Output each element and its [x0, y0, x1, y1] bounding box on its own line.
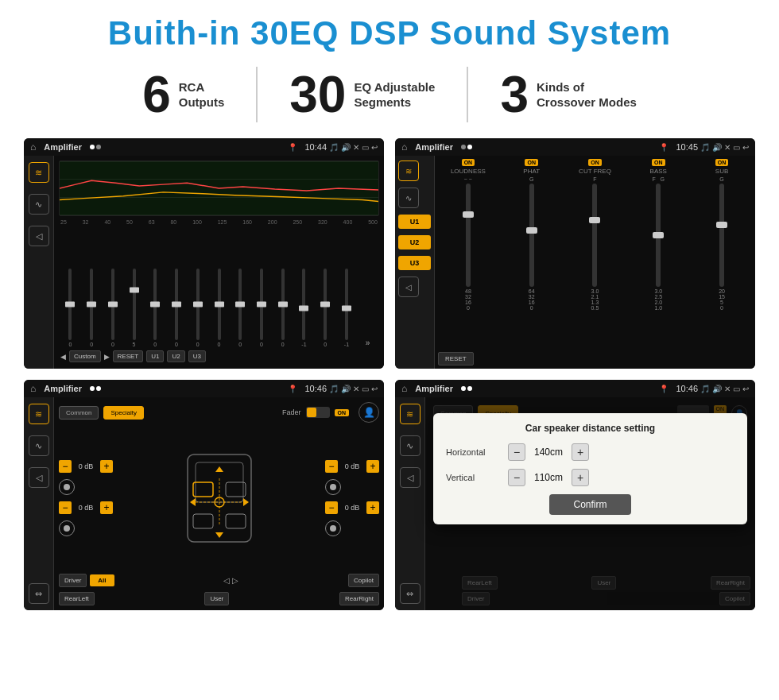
dist-speaker-icon[interactable]: ◁: [400, 467, 421, 488]
phat-slider[interactable]: [529, 184, 534, 287]
cross-eq-icon[interactable]: ≋: [398, 160, 419, 181]
fader-eq-icon[interactable]: ≋: [29, 404, 49, 424]
minimize-icon-fader: ▭: [362, 385, 369, 393]
dist-eq-icon[interactable]: ≋: [400, 404, 421, 424]
eq-slider-2: 0: [103, 269, 122, 347]
back-icon-cross[interactable]: ↩: [742, 143, 749, 152]
fader-arrows-icon[interactable]: ⇔: [29, 583, 49, 604]
dist-vertical-label: Vertical: [446, 473, 502, 482]
fader-specialty-tab[interactable]: Specialty: [103, 406, 143, 420]
eq-graph: [59, 160, 379, 216]
eq-sidebar-eq-icon[interactable]: ≋: [29, 162, 49, 183]
home-icon-dist[interactable]: ⌂: [401, 383, 407, 394]
eq-play-btn[interactable]: ▶: [104, 353, 110, 361]
fader-fr-speaker: [325, 479, 341, 495]
loudness-slider[interactable]: [466, 184, 471, 287]
loudness-val: 48 32 16 0: [465, 288, 471, 311]
fader-copilot-btn[interactable]: Copilot: [348, 574, 379, 587]
screen-crossover: ⌂ Amplifier 📍 10:45 🎵 🔊 ✕ ▭ ↩: [395, 138, 755, 369]
fader-driver-btn[interactable]: Driver: [59, 574, 87, 587]
fader-fl-value: 0 dB: [75, 462, 97, 470]
home-icon-fader[interactable]: ⌂: [30, 383, 36, 394]
dist-wave-icon[interactable]: ∿: [400, 435, 421, 456]
fader-slider-track[interactable]: [306, 407, 330, 418]
sub-label: SUB: [715, 168, 728, 175]
eq-sidebar-speaker-icon[interactable]: ◁: [29, 226, 49, 246]
sub-on-badge[interactable]: ON: [715, 159, 729, 166]
fader-content: ≋ ∿ ◁ ⇔ Common Specialty Fader ON 👤: [24, 397, 384, 610]
cross-u2-btn[interactable]: U2: [398, 235, 431, 249]
status-bar-cross: ⌂ Amplifier 📍 10:45 🎵 🔊 ✕ ▭ ↩: [395, 138, 755, 156]
eq-custom-btn[interactable]: Custom: [69, 350, 101, 362]
svg-marker-11: [190, 498, 196, 506]
cross-speaker-icon[interactable]: ◁: [398, 277, 419, 297]
fader-main: Common Specialty Fader ON 👤: [54, 397, 384, 610]
fader-speaker-icon[interactable]: ◁: [29, 467, 49, 488]
bass-on-badge[interactable]: ON: [652, 159, 665, 166]
dot-2: [96, 145, 101, 149]
fader-rr-minus[interactable]: −: [325, 501, 338, 514]
dist-vertical-minus[interactable]: −: [508, 469, 525, 486]
bass-slider[interactable]: [656, 184, 661, 287]
cross-cutfreq-col: ON CUT FREQ F 3.0 2.1 1.3: [565, 159, 626, 346]
status-icons-fader: 📍 10:46 🎵 🔊 ✕ ▭ ↩: [288, 384, 378, 393]
fader-fl-plus[interactable]: +: [100, 460, 113, 473]
fader-db-fl: − 0 dB +: [59, 460, 113, 473]
eq-sidebar-wave-icon[interactable]: ∿: [29, 194, 49, 215]
cross-wave-icon[interactable]: ∿: [398, 188, 419, 208]
fader-rl-minus[interactable]: −: [59, 501, 72, 514]
eq-u1-btn[interactable]: U1: [146, 350, 164, 362]
svg-marker-12: [243, 498, 249, 506]
cutfreq-on-badge[interactable]: ON: [588, 159, 602, 166]
loudness-on-badge[interactable]: ON: [462, 159, 475, 166]
back-icon-dist[interactable]: ↩: [742, 385, 749, 393]
car-svg: [176, 439, 263, 558]
dist-horizontal-control: − 140cm +: [508, 443, 589, 461]
eq-u2-btn[interactable]: U2: [167, 350, 184, 362]
fader-common-tab[interactable]: Common: [59, 406, 99, 420]
fader-rl-plus[interactable]: +: [100, 501, 113, 514]
fader-wave-icon[interactable]: ∿: [29, 435, 49, 456]
status-icons-eq: 📍 10:44 🎵 🔊 ✕ ▭ ↩: [288, 142, 378, 152]
eq-slider-12: 0: [316, 269, 335, 347]
cross-reset-btn[interactable]: RESET: [438, 352, 474, 365]
eq-bottom-bar: ◀ Custom ▶ RESET U1 U2 U3: [59, 347, 379, 364]
dist-horizontal-row: Horizontal − 140cm +: [446, 443, 734, 461]
cross-u3-btn[interactable]: U3: [398, 256, 431, 270]
home-icon-eq[interactable]: ⌂: [30, 141, 36, 153]
fader-rr-plus[interactable]: +: [366, 501, 379, 514]
back-icon-eq[interactable]: ↩: [371, 143, 378, 152]
cross-loudness-col: ON LOUDNESS ~ ~ 48 32 16 0: [438, 159, 498, 346]
back-icon-fader[interactable]: ↩: [371, 385, 378, 393]
fader-fl-minus[interactable]: −: [59, 460, 72, 473]
dist-horizontal-minus[interactable]: −: [508, 443, 525, 461]
cross-u1-btn[interactable]: U1: [398, 215, 431, 229]
cam-icon-cross: 🎵: [700, 143, 710, 152]
fader-rl-speaker: [59, 520, 75, 536]
fader-rearright-btn[interactable]: RearRight: [339, 592, 379, 605]
fader-all-btn[interactable]: All: [90, 574, 114, 586]
dist-horizontal-plus[interactable]: +: [572, 443, 589, 461]
fader-on-badge[interactable]: ON: [335, 409, 350, 416]
fader-fr-plus[interactable]: +: [366, 460, 379, 473]
eq-slider-7: 0: [209, 269, 229, 347]
sub-slider[interactable]: [719, 184, 724, 287]
loudness-label: LOUDNESS: [451, 168, 486, 175]
eq-prev-btn[interactable]: ◀: [60, 353, 66, 361]
eq-reset-btn[interactable]: RESET: [113, 350, 144, 362]
fader-person-icon[interactable]: 👤: [358, 402, 379, 423]
dot-c2: [467, 145, 472, 149]
cutfreq-slider[interactable]: [592, 184, 597, 287]
eq-u3-btn[interactable]: U3: [188, 350, 206, 362]
stat-crossover: 3 Kinds of Crossover Modes: [468, 69, 668, 120]
dist-confirm-btn[interactable]: Confirm: [549, 494, 630, 515]
vol-icon-dist: 🔊: [712, 385, 722, 393]
dist-vertical-plus[interactable]: +: [572, 469, 589, 486]
fader-rearleft-btn[interactable]: RearLeft: [59, 592, 95, 605]
fader-fr-minus[interactable]: −: [325, 460, 338, 473]
fader-user-btn[interactable]: User: [204, 592, 229, 605]
home-icon-cross[interactable]: ⌂: [401, 141, 407, 153]
dist-arrows-icon[interactable]: ⇔: [400, 583, 421, 604]
phat-on-badge[interactable]: ON: [525, 159, 538, 166]
location-icon-eq: 📍: [288, 143, 297, 152]
